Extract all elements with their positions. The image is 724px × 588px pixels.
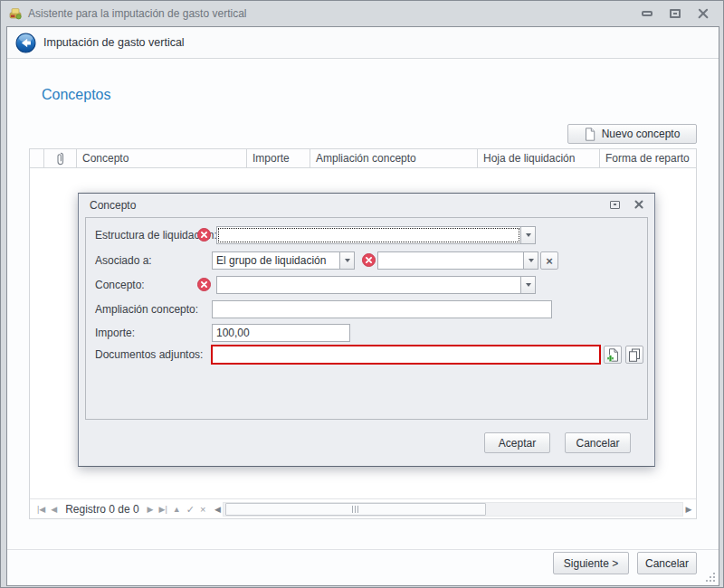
- back-button[interactable]: [15, 33, 36, 53]
- copy-button[interactable]: [625, 346, 643, 364]
- concepto-error-icon: [197, 278, 211, 291]
- scrollbar-grip-icon: [352, 506, 360, 513]
- new-concept-button[interactable]: Nuevo concepto: [567, 124, 697, 144]
- column-header-concepto[interactable]: Concepto: [77, 149, 247, 167]
- ampliacion-label: Ampliación concepto:: [95, 300, 198, 318]
- column-header-importe[interactable]: Importe: [247, 149, 310, 167]
- minimize-button[interactable]: [641, 7, 653, 19]
- footer-separator: [7, 549, 719, 550]
- asociado-error-icon: [362, 253, 376, 267]
- window-title: Asistente para la imputación de gasto ve…: [28, 7, 246, 20]
- copy-icon: [628, 348, 641, 362]
- add-document-button[interactable]: [604, 346, 622, 364]
- maximize-button[interactable]: [669, 7, 681, 19]
- wizard-window: Asistente para la imputación de gasto ve…: [0, 0, 724, 588]
- section-title: Conceptos: [42, 87, 111, 103]
- grid-header-row: Concepto Importe Ampliación concepto Hoj…: [30, 149, 696, 168]
- page-title: Imputación de gasto vertical: [43, 36, 185, 49]
- scroll-left-button[interactable]: ◀: [212, 505, 223, 514]
- paperclip-icon: [56, 152, 65, 166]
- page-header: Imputación de gasto vertical: [7, 27, 719, 59]
- nav-append-button[interactable]: ▲: [170, 500, 184, 518]
- new-document-icon: [585, 128, 595, 141]
- app-icon: [8, 6, 23, 21]
- column-header-forma[interactable]: Forma de reparto: [600, 149, 696, 167]
- chevron-down-icon: [529, 259, 534, 262]
- dialog-form-panel: [85, 217, 648, 420]
- close-icon: [698, 8, 709, 19]
- nav-prev-button[interactable]: ◀: [48, 500, 60, 518]
- estructura-dropdown-button[interactable]: [520, 227, 535, 243]
- asociado-label: Asociado a:: [95, 251, 152, 270]
- record-navigator: |◀ ◀ Registro 0 de 0 ▶ ▶| ▲ ✓ × ◀ ▶: [30, 498, 696, 518]
- grid-indicator-column: [30, 149, 44, 167]
- asociado-type-value: El grupo de liquidación: [213, 252, 339, 269]
- nav-cancel-button[interactable]: ×: [197, 500, 208, 518]
- attachment-column-header[interactable]: [44, 149, 77, 167]
- wizard-cancel-button[interactable]: Cancelar: [637, 552, 697, 574]
- importe-input[interactable]: [212, 324, 350, 342]
- add-document-icon: [606, 348, 620, 362]
- estructura-error-icon: [197, 228, 211, 242]
- asociado-dropdown-button[interactable]: [523, 252, 538, 269]
- nav-last-button[interactable]: ▶|: [157, 500, 170, 518]
- estructura-value: [217, 227, 520, 243]
- chevron-down-icon: [526, 233, 531, 237]
- asociado-value: [378, 252, 523, 269]
- concept-dialog: Concepto Estructura de liquidación: Asoc…: [78, 193, 655, 467]
- column-header-ampliacion[interactable]: Ampliación concepto: [310, 149, 478, 167]
- concepto-dropdown[interactable]: [216, 276, 536, 294]
- nav-commit-button[interactable]: ✓: [184, 500, 197, 518]
- dialog-cancel-button[interactable]: Cancelar: [565, 432, 631, 453]
- clear-x-icon: ×: [546, 254, 553, 268]
- chevron-down-icon: [526, 283, 531, 287]
- maximize-icon: [670, 9, 681, 18]
- horizontal-scrollbar: ◀ ▶: [212, 501, 694, 517]
- resize-grip[interactable]: [702, 569, 716, 583]
- scrollbar-track[interactable]: [223, 502, 683, 517]
- concepto-label: Concepto:: [95, 276, 145, 294]
- documentos-label: Documentos adjuntos:: [95, 346, 203, 364]
- concepto-dropdown-button[interactable]: [520, 277, 535, 293]
- dialog-maximize-button[interactable]: [610, 201, 620, 209]
- nav-first-button[interactable]: |◀: [34, 500, 48, 518]
- asociado-dropdown[interactable]: [377, 251, 538, 270]
- documentos-input[interactable]: [211, 345, 601, 365]
- asociado-type-combo[interactable]: El grupo de liquidación: [212, 251, 355, 270]
- minimize-icon: [642, 11, 653, 16]
- ampliacion-input[interactable]: [212, 300, 552, 318]
- record-count-text: Registro 0 de 0: [60, 503, 144, 516]
- next-button[interactable]: Siguiente >: [553, 552, 629, 574]
- estructura-dropdown[interactable]: [216, 226, 536, 244]
- concepto-value: [217, 277, 520, 293]
- close-button[interactable]: [697, 7, 710, 19]
- scrollbar-thumb[interactable]: [225, 503, 486, 516]
- importe-label: Importe:: [95, 324, 135, 342]
- nav-next-button[interactable]: ▶: [145, 500, 157, 518]
- asociado-type-dropdown-button[interactable]: [339, 252, 354, 269]
- chevron-down-icon: [345, 259, 350, 262]
- dialog-title: Concepto: [90, 199, 136, 212]
- asociado-clear-button[interactable]: ×: [540, 251, 558, 270]
- scroll-right-button[interactable]: ▶: [683, 505, 694, 514]
- column-header-hoja[interactable]: Hoja de liquidación: [478, 149, 600, 167]
- window-titlebar[interactable]: Asistente para la imputación de gasto ve…: [2, 1, 722, 26]
- dialog-close-button[interactable]: [634, 200, 643, 209]
- new-concept-label: Nuevo concepto: [602, 128, 681, 140]
- accept-button[interactable]: Aceptar: [484, 432, 550, 453]
